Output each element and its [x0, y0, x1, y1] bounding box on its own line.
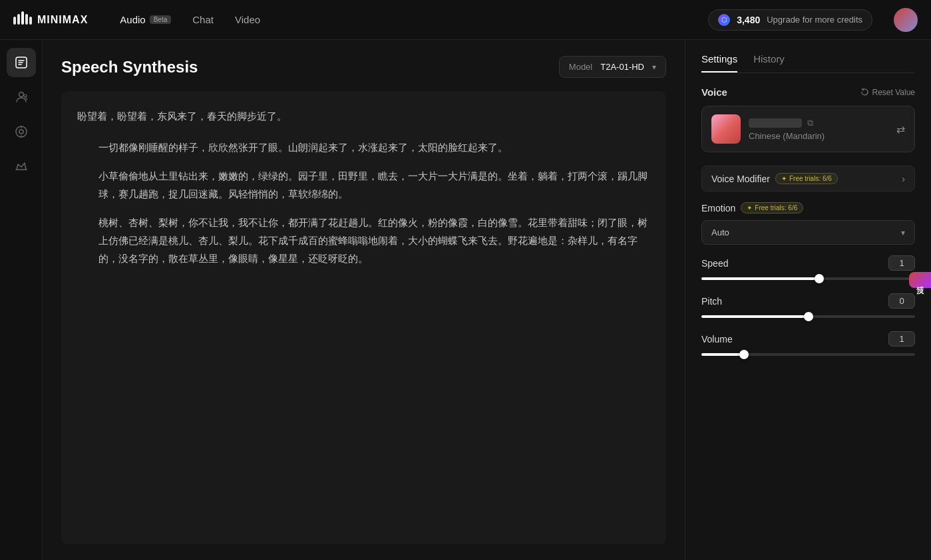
tab-history[interactable]: History — [753, 53, 785, 72]
svg-point-9 — [19, 92, 23, 97]
volume-label: Volume — [701, 334, 733, 345]
speed-slider-thumb — [815, 274, 824, 283]
pitch-section: Pitch 0 — [701, 293, 915, 318]
text-editor[interactable]: 盼望着，盼望着，东风来了，春天的脚步近了。 一切都像刚睡醒的样子，欣欣然张开了眼… — [61, 91, 666, 544]
nav-video-label: Video — [235, 14, 260, 25]
svg-point-10 — [24, 94, 27, 97]
right-panel: Settings History Voice Reset Value — [685, 40, 931, 560]
voice-modifier-trial-badge: ✦ Free trials: 6/6 — [775, 173, 838, 184]
text-paragraph-3: 小草偷偷地从土里钻出来，嫩嫩的，绿绿的。园子里，田野里，瞧去，一大片一大片满是的… — [77, 167, 650, 203]
speed-section: Speed 1 — [701, 255, 915, 280]
content-area: Speech Synthesis Model T2A-01-HD ▾ 盼望着，盼… — [43, 40, 685, 560]
reset-label: Reset Value — [872, 88, 915, 97]
svg-rect-4 — [29, 17, 32, 25]
user-avatar[interactable] — [894, 8, 918, 32]
nav-video[interactable]: Video — [235, 11, 260, 28]
volume-slider-track[interactable] — [701, 353, 915, 356]
content-header: Speech Synthesis Model T2A-01-HD ▾ — [61, 56, 666, 78]
svg-point-12 — [19, 130, 23, 134]
nav-audio[interactable]: Audio Beta — [120, 11, 171, 28]
emotion-dropdown[interactable]: Auto ▾ — [701, 220, 915, 245]
emotion-value: Auto — [711, 227, 729, 237]
emotion-chevron-icon: ▾ — [901, 228, 905, 237]
sidebar-item-speech[interactable] — [7, 48, 36, 77]
nav-chat[interactable]: Chat — [192, 11, 214, 28]
nav-audio-badge: Beta — [150, 15, 172, 24]
voice-name-row: ⧉ — [749, 118, 888, 128]
pitch-slider-thumb — [804, 312, 813, 321]
voice-section-header: Voice Reset Value — [701, 86, 915, 98]
sidebar-item-voice[interactable] — [7, 82, 36, 112]
main-layout: Speech Synthesis Model T2A-01-HD ▾ 盼望着，盼… — [0, 40, 931, 560]
emotion-trial-icon: ✦ — [747, 204, 752, 211]
volume-header: Volume 1 — [701, 331, 915, 347]
emotion-trial-text: Free trials: 6/6 — [755, 204, 797, 211]
page-title: Speech Synthesis — [61, 58, 198, 76]
upgrade-button[interactable]: Upgrade for more credits — [767, 15, 862, 25]
voice-label: Voice — [701, 86, 727, 98]
sidebar-item-audio[interactable] — [7, 117, 36, 146]
model-selector[interactable]: Model T2A-01-HD ▾ — [559, 56, 666, 78]
speed-label: Speed — [701, 258, 728, 269]
credits-icon: ⬡ — [718, 14, 730, 26]
nav-audio-label: Audio — [120, 14, 145, 25]
modifier-arrow-icon: › — [902, 174, 905, 184]
volume-slider-thumb — [739, 350, 749, 359]
voice-modifier-label: Voice Modifier — [711, 174, 770, 184]
feedback-button[interactable]: 反馈 — [909, 272, 931, 288]
text-paragraph-4: 桃树、杏树、梨树，你不让我，我不让你，都开满了花赶趟儿。红的像火，粉的像霞，白的… — [77, 213, 650, 267]
svg-rect-1 — [17, 14, 20, 25]
tab-settings[interactable]: Settings — [701, 53, 737, 72]
volume-slider-fill — [701, 353, 744, 356]
volume-section: Volume 1 — [701, 331, 915, 356]
sidebar — [0, 40, 43, 560]
model-label: Model — [569, 62, 592, 72]
reset-button[interactable]: Reset Value — [860, 88, 915, 97]
panel-tabs: Settings History — [701, 53, 915, 73]
speed-slider-fill — [701, 277, 819, 280]
nav-chat-label: Chat — [192, 14, 214, 25]
top-navigation: MINIMAX Audio Beta Chat Video ⬡ 3,480 Up… — [0, 0, 931, 40]
pitch-slider-track[interactable] — [701, 315, 915, 318]
speed-header: Speed 1 — [701, 255, 915, 271]
pitch-label: Pitch — [701, 296, 722, 307]
model-value: T2A-01-HD — [600, 62, 644, 72]
voice-language: Chinese (Mandarin) — [749, 131, 888, 141]
pitch-value: 0 — [888, 293, 915, 309]
voice-modifier-trial: Free trials: 6/6 — [789, 175, 832, 182]
trial-icon: ✦ — [781, 175, 787, 182]
voice-name-badge — [749, 118, 802, 128]
text-paragraph-2: 一切都像刚睡醒的样子，欣欣然张开了眼。山朗润起来了，水涨起来了，太阳的脸红起来了… — [77, 138, 650, 156]
voice-card[interactable]: ⧉ Chinese (Mandarin) ⇄ — [701, 106, 915, 152]
copy-icon[interactable]: ⧉ — [807, 118, 813, 128]
emotion-trial-badge: ✦ Free trials: 6/6 — [741, 202, 803, 213]
svg-rect-0 — [13, 17, 16, 25]
emotion-section: Emotion ✦ Free trials: 6/6 Auto ▾ — [701, 202, 915, 245]
speed-value: 1 — [888, 255, 915, 271]
modifier-left: Voice Modifier ✦ Free trials: 6/6 — [711, 173, 838, 184]
swap-icon[interactable]: ⇄ — [896, 123, 905, 136]
credits-count: 3,480 — [737, 15, 760, 25]
voice-avatar — [711, 114, 741, 144]
model-chevron-icon: ▾ — [652, 63, 656, 72]
voice-modifier-row[interactable]: Voice Modifier ✦ Free trials: 6/6 › — [701, 166, 915, 192]
emotion-label: Emotion — [701, 203, 735, 213]
speed-slider-track[interactable] — [701, 277, 915, 280]
logo-text: MINIMAX — [37, 14, 88, 26]
volume-value: 1 — [888, 331, 915, 347]
credits-area[interactable]: ⬡ 3,480 Upgrade for more credits — [708, 9, 872, 31]
text-paragraph-1: 盼望着，盼望着，东风来了，春天的脚步近了。 — [77, 107, 650, 125]
voice-info: ⧉ Chinese (Mandarin) — [749, 118, 888, 141]
logo-area[interactable]: MINIMAX — [13, 10, 88, 30]
logo-icon — [13, 10, 32, 30]
pitch-slider-fill — [701, 315, 809, 318]
emotion-header: Emotion ✦ Free trials: 6/6 — [701, 202, 915, 213]
sidebar-item-crown[interactable] — [7, 152, 36, 181]
pitch-header: Pitch 0 — [701, 293, 915, 309]
svg-rect-2 — [21, 11, 24, 25]
svg-rect-3 — [25, 14, 28, 25]
